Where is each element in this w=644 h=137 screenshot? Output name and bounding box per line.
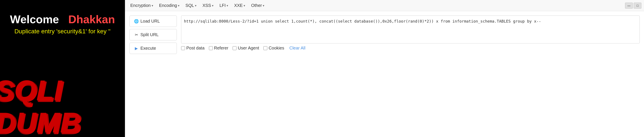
other-chevron-icon: ▾ [263, 4, 264, 7]
referer-checkbox-label[interactable]: Referer [209, 46, 228, 51]
load-url-icon: 🌐 [134, 19, 139, 24]
menu-item-other[interactable]: Other ▾ [248, 2, 267, 9]
load-url-button[interactable]: 🌐 Load URL [130, 15, 177, 27]
right-panel: Encryption ▾ Encoding ▾ SQL ▾ XSS ▾ LFI … [125, 0, 644, 137]
sqli-dumb-logo: SQLI DUMB [0, 75, 125, 137]
checkboxes-row: Post data Referer User Agent Cookies Cle… [181, 46, 640, 51]
lfi-label: LFI [220, 3, 226, 8]
encryption-label: Encryption [130, 3, 151, 8]
menu-item-xss[interactable]: XSS ▾ [200, 2, 216, 9]
mini-btn-2[interactable]: □ [634, 2, 642, 8]
xss-chevron-icon: ▾ [212, 4, 214, 7]
welcome-label: Welcome [10, 13, 59, 26]
lfi-chevron-icon: ▾ [226, 4, 228, 7]
xxe-chevron-icon: ▾ [244, 4, 245, 7]
load-url-label: Load URL [140, 19, 160, 24]
cookies-checkbox-label[interactable]: Cookies [264, 46, 284, 51]
user-agent-checkbox[interactable] [232, 46, 236, 50]
post-data-label: Post data [186, 46, 204, 51]
buttons-column: 🌐 Load URL ✂ Split URL ▶ Execute [130, 15, 177, 133]
mini-btn-1[interactable]: — [625, 2, 633, 8]
cookies-label: Cookies [268, 46, 284, 51]
menu-item-lfi[interactable]: LFI ▾ [217, 2, 231, 9]
menu-item-xxe[interactable]: XXE ▾ [232, 2, 248, 9]
post-data-checkbox-label[interactable]: Post data [181, 46, 204, 51]
split-url-label: Split URL [140, 32, 158, 37]
other-label: Other [251, 3, 262, 8]
xxe-label: XXE [234, 3, 243, 8]
encryption-chevron-icon: ▾ [152, 4, 153, 7]
encoding-chevron-icon: ▾ [178, 4, 180, 7]
sql-chevron-icon: ▾ [195, 4, 196, 7]
content-area: 🌐 Load URL ✂ Split URL ▶ Execute Post da… [125, 11, 644, 137]
referer-label: Referer [214, 46, 228, 51]
menu-item-encoding[interactable]: Encoding ▾ [156, 2, 182, 9]
user-name: Dhakkan [68, 13, 115, 26]
sql-label: SQL [186, 3, 194, 8]
menu-item-sql[interactable]: SQL ▾ [183, 2, 199, 9]
welcome-heading: Welcome Dhakkan [10, 13, 115, 26]
user-agent-checkbox-label[interactable]: User Agent [232, 46, 259, 51]
execute-button[interactable]: ▶ Execute [130, 43, 177, 54]
post-data-checkbox[interactable] [181, 46, 185, 50]
menu-bar: Encryption ▾ Encoding ▾ SQL ▾ XSS ▾ LFI … [125, 0, 644, 11]
split-url-button[interactable]: ✂ Split URL [130, 29, 177, 40]
url-input[interactable] [181, 15, 640, 43]
subtitle-text: Duplicate entry 'security&1' for key '' [14, 28, 110, 35]
url-area: Post data Referer User Agent Cookies Cle… [181, 15, 640, 133]
menu-item-encryption[interactable]: Encryption ▾ [128, 2, 156, 9]
user-agent-label: User Agent [238, 46, 259, 51]
execute-icon: ▶ [134, 46, 139, 51]
encoding-label: Encoding [159, 3, 177, 8]
xss-label: XSS [202, 3, 211, 8]
execute-label: Execute [140, 46, 156, 51]
left-panel: Welcome Dhakkan Duplicate entry 'securit… [0, 0, 125, 137]
cookies-checkbox[interactable] [264, 46, 267, 50]
referer-checkbox[interactable] [209, 46, 213, 50]
split-url-icon: ✂ [134, 32, 139, 37]
clear-all-button[interactable]: Clear All [289, 46, 305, 51]
